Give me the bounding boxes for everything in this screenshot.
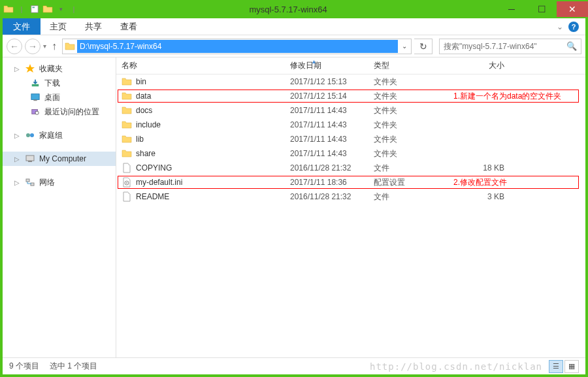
file-name: COPYING [136,163,172,172]
folder-icon [122,120,132,130]
file-row[interactable]: include2017/1/11 14:43文件夹 [116,118,585,132]
homegroup-label: 家庭组 [39,130,63,141]
file-type: 文件夹 [368,105,444,116]
download-icon [30,78,41,88]
file-type: 文件夹 [368,148,444,159]
file-date: 2017/1/11 14:43 [285,120,368,129]
sidebar-favorites[interactable]: ▷ 收藏夹 [3,61,116,76]
file-row[interactable]: docs2017/1/11 14:43文件夹 [116,103,585,118]
file-row[interactable]: README2016/11/28 21:32文件3 KB [116,189,585,204]
address-bar[interactable]: D:\mysql-5.7.17-winx64 ⌄ [62,39,412,54]
file-rows: 1.新建一个名为data的空文件夹 2.修改配置文件 bin2017/1/12 … [116,74,585,357]
history-dropdown-icon[interactable]: ▾ [43,42,46,50]
svg-rect-11 [26,179,29,182]
collapse-icon[interactable]: ▷ [14,179,21,186]
network-icon [25,177,35,188]
expand-ribbon-icon[interactable]: ⌄ [557,22,563,31]
network-label: 网络 [39,177,55,188]
file-date: 2016/11/28 21:32 [285,192,368,201]
up-button[interactable]: ↑ [49,41,59,52]
file-date: 2017/1/11 18:36 [285,178,368,187]
titlebar: | ▾ | mysql-5.7.17-winx64 ─ ☐ ✕ [0,0,588,18]
sidebar-item-label: 桌面 [44,92,60,103]
address-dropdown-icon[interactable]: ⌄ [398,42,411,50]
svg-point-8 [30,133,34,137]
file-row[interactable]: bin2017/1/12 15:13文件夹 [116,74,585,89]
column-size[interactable]: 大小 [444,57,510,74]
file-name: share [136,149,155,158]
file-name: lib [136,135,144,144]
svg-point-6 [35,111,39,114]
svg-point-7 [26,133,30,137]
dropdown-icon[interactable]: ▾ [55,3,67,15]
file-name: README [136,192,169,201]
refresh-button[interactable]: ↻ [414,39,433,54]
sidebar-computer[interactable]: ▷ My Computer [3,152,116,166]
file-name: bin [136,77,146,86]
file-date: 2017/1/12 15:14 [285,91,368,101]
file-tab[interactable]: 文件 [3,18,41,35]
window-controls: ─ ☐ ✕ [497,1,588,17]
help-icon[interactable]: ? [568,22,579,32]
favorites-label: 收藏夹 [39,63,63,74]
column-headers: ▴ 名称 修改日期 类型 大小 [116,57,585,74]
file-row[interactable]: share2017/1/11 14:43文件夹 [116,146,585,161]
svg-rect-9 [26,156,34,161]
file-size: 18 KB [444,163,510,172]
sidebar-network[interactable]: ▷ 网络 [3,175,116,189]
collapse-icon[interactable]: ▷ [14,132,21,139]
window-title: mysql-5.7.17-winx64 [80,5,497,14]
svg-point-14 [126,182,127,184]
star-icon [25,63,35,74]
close-button[interactable]: ✕ [557,1,588,17]
file-date: 2017/1/11 14:43 [285,135,368,144]
collapse-icon[interactable]: ▷ [14,65,21,73]
file-type: 文件夹 [368,91,444,102]
svg-rect-2 [32,84,39,87]
sidebar-homegroup[interactable]: ▷ 家庭组 [3,128,116,142]
file-row[interactable]: lib2017/1/11 14:43文件夹 [116,132,585,146]
minimize-button[interactable]: ─ [497,1,527,17]
search-box[interactable]: 🔍 [439,39,581,54]
maximize-button[interactable]: ☐ [527,1,557,17]
file-list: ▴ 名称 修改日期 类型 大小 1.新建一个名为data的空文件夹 2.修改配置… [116,57,585,357]
svg-rect-0 [31,6,39,13]
column-type[interactable]: 类型 [368,57,444,74]
file-row[interactable]: data2017/1/12 15:14文件夹 [116,89,585,103]
file-icon [122,191,132,202]
item-count: 9 个项目 [9,361,39,372]
folder-icon [63,41,77,52]
details-view-button[interactable]: ☰ [549,360,563,373]
forward-button[interactable]: → [25,39,41,54]
quick-access-toolbar: | ▾ | [3,3,80,15]
column-name[interactable]: 名称 [116,57,285,74]
properties-icon[interactable] [29,3,41,15]
collapse-icon[interactable]: ▷ [14,156,21,163]
sidebar-desktop[interactable]: 桌面 [3,90,116,105]
column-date[interactable]: 修改日期 [285,57,368,74]
search-input[interactable] [444,42,566,51]
back-button[interactable]: ← [7,39,22,54]
home-tab[interactable]: 主页 [41,18,76,35]
address-path[interactable]: D:\mysql-5.7.17-winx64 [77,40,398,53]
share-tab[interactable]: 共享 [76,18,111,35]
folder-icon [122,91,132,101]
icons-view-button[interactable]: ▦ [564,360,579,373]
file-size: 3 KB [444,192,510,201]
file-row[interactable]: my-default.ini2017/1/11 18:36配置设置 [116,175,585,189]
homegroup-icon [25,130,35,140]
folder-icon [122,134,132,144]
sort-indicator-icon: ▴ [312,57,316,65]
sidebar-recent[interactable]: 最近访问的位置 [3,105,116,119]
sidebar-downloads[interactable]: 下载 [3,76,116,90]
file-name: include [136,120,161,129]
file-row[interactable]: COPYING2016/11/28 21:32文件18 KB [116,161,585,175]
watermark: http://blog.csdn.net/nicklan [370,361,542,372]
search-icon[interactable]: 🔍 [566,41,577,51]
file-type: 配置设置 [368,177,444,188]
file-type: 文件夹 [368,120,444,131]
view-tab[interactable]: 查看 [111,18,146,35]
file-type: 文件夹 [368,76,444,88]
separator: | [68,3,80,15]
open-folder-icon[interactable] [42,3,54,15]
